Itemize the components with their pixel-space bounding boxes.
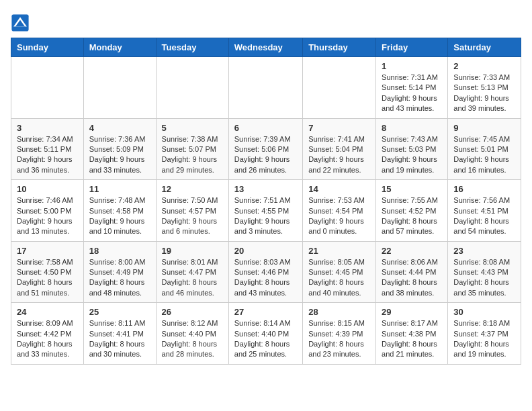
day-info: Sunrise: 8:05 AM Sunset: 4:45 PM Dayligh… bbox=[308, 257, 370, 299]
day-cell: 17Sunrise: 7:58 AM Sunset: 4:50 PM Dayli… bbox=[11, 241, 84, 303]
day-cell: 27Sunrise: 8:14 AM Sunset: 4:40 PM Dayli… bbox=[228, 303, 302, 365]
day-cell: 26Sunrise: 8:12 AM Sunset: 4:40 PM Dayli… bbox=[156, 303, 228, 365]
day-cell: 13Sunrise: 7:51 AM Sunset: 4:55 PM Dayli… bbox=[228, 180, 302, 242]
day-number: 5 bbox=[162, 123, 223, 133]
logo bbox=[11, 13, 32, 32]
day-cell: 5Sunrise: 7:38 AM Sunset: 5:07 PM Daylig… bbox=[156, 118, 228, 180]
week-row-3: 10Sunrise: 7:46 AM Sunset: 5:00 PM Dayli… bbox=[11, 180, 521, 242]
day-number: 13 bbox=[234, 184, 297, 194]
day-info: Sunrise: 8:06 AM Sunset: 4:44 PM Dayligh… bbox=[382, 257, 442, 299]
day-info: Sunrise: 7:53 AM Sunset: 4:54 PM Dayligh… bbox=[308, 195, 370, 237]
day-cell: 6Sunrise: 7:39 AM Sunset: 5:06 PM Daylig… bbox=[228, 118, 302, 180]
day-info: Sunrise: 7:41 AM Sunset: 5:04 PM Dayligh… bbox=[308, 134, 370, 176]
day-number: 12 bbox=[162, 184, 223, 194]
day-number: 1 bbox=[382, 61, 442, 71]
day-number: 10 bbox=[17, 184, 78, 194]
day-info: Sunrise: 8:08 AM Sunset: 4:43 PM Dayligh… bbox=[453, 257, 515, 299]
page-header bbox=[11, 11, 521, 32]
day-info: Sunrise: 8:17 AM Sunset: 4:38 PM Dayligh… bbox=[382, 318, 442, 360]
day-info: Sunrise: 8:03 AM Sunset: 4:46 PM Dayligh… bbox=[234, 257, 297, 299]
calendar-table: SundayMondayTuesdayWednesdayThursdayFrid… bbox=[11, 38, 521, 365]
day-info: Sunrise: 7:38 AM Sunset: 5:07 PM Dayligh… bbox=[162, 134, 223, 176]
week-row-1: 1Sunrise: 7:31 AM Sunset: 5:14 PM Daylig… bbox=[11, 57, 521, 119]
day-number: 29 bbox=[382, 307, 442, 317]
column-header-sunday: Sunday bbox=[11, 38, 84, 57]
day-info: Sunrise: 8:18 AM Sunset: 4:37 PM Dayligh… bbox=[453, 318, 515, 360]
day-number: 27 bbox=[234, 307, 297, 317]
day-cell bbox=[156, 57, 228, 119]
day-number: 17 bbox=[17, 246, 78, 256]
day-info: Sunrise: 7:45 AM Sunset: 5:01 PM Dayligh… bbox=[453, 134, 515, 176]
column-header-monday: Monday bbox=[83, 38, 156, 57]
day-info: Sunrise: 7:39 AM Sunset: 5:06 PM Dayligh… bbox=[234, 134, 297, 176]
day-cell bbox=[228, 57, 302, 119]
day-info: Sunrise: 7:36 AM Sunset: 5:09 PM Dayligh… bbox=[89, 134, 150, 176]
day-cell: 22Sunrise: 8:06 AM Sunset: 4:44 PM Dayli… bbox=[376, 241, 448, 303]
week-row-4: 17Sunrise: 7:58 AM Sunset: 4:50 PM Dayli… bbox=[11, 241, 521, 303]
day-number: 6 bbox=[234, 123, 297, 133]
column-header-tuesday: Tuesday bbox=[156, 38, 228, 57]
day-number: 19 bbox=[162, 246, 223, 256]
day-cell: 25Sunrise: 8:11 AM Sunset: 4:41 PM Dayli… bbox=[83, 303, 156, 365]
day-number: 18 bbox=[89, 246, 150, 256]
day-number: 9 bbox=[453, 123, 515, 133]
day-cell: 21Sunrise: 8:05 AM Sunset: 4:45 PM Dayli… bbox=[303, 241, 376, 303]
day-number: 22 bbox=[382, 246, 442, 256]
day-cell bbox=[11, 57, 84, 119]
week-row-2: 3Sunrise: 7:34 AM Sunset: 5:11 PM Daylig… bbox=[11, 118, 521, 180]
column-header-wednesday: Wednesday bbox=[228, 38, 302, 57]
day-cell: 8Sunrise: 7:43 AM Sunset: 5:03 PM Daylig… bbox=[376, 118, 448, 180]
day-cell: 12Sunrise: 7:50 AM Sunset: 4:57 PM Dayli… bbox=[156, 180, 228, 242]
day-number: 24 bbox=[17, 307, 78, 317]
day-number: 26 bbox=[162, 307, 223, 317]
day-cell: 11Sunrise: 7:48 AM Sunset: 4:58 PM Dayli… bbox=[83, 180, 156, 242]
day-number: 11 bbox=[89, 184, 150, 194]
day-info: Sunrise: 7:50 AM Sunset: 4:57 PM Dayligh… bbox=[162, 195, 223, 237]
day-number: 30 bbox=[453, 307, 515, 317]
day-info: Sunrise: 8:09 AM Sunset: 4:42 PM Dayligh… bbox=[17, 318, 78, 360]
day-cell: 18Sunrise: 8:00 AM Sunset: 4:49 PM Dayli… bbox=[83, 241, 156, 303]
day-info: Sunrise: 8:11 AM Sunset: 4:41 PM Dayligh… bbox=[89, 318, 150, 360]
day-cell: 29Sunrise: 8:17 AM Sunset: 4:38 PM Dayli… bbox=[376, 303, 448, 365]
header-row: SundayMondayTuesdayWednesdayThursdayFrid… bbox=[11, 38, 521, 57]
day-info: Sunrise: 7:56 AM Sunset: 4:51 PM Dayligh… bbox=[453, 195, 515, 237]
day-number: 16 bbox=[453, 184, 515, 194]
day-info: Sunrise: 7:43 AM Sunset: 5:03 PM Dayligh… bbox=[382, 134, 442, 176]
day-info: Sunrise: 7:55 AM Sunset: 4:52 PM Dayligh… bbox=[382, 195, 442, 237]
day-cell: 1Sunrise: 7:31 AM Sunset: 5:14 PM Daylig… bbox=[376, 57, 448, 119]
day-cell: 16Sunrise: 7:56 AM Sunset: 4:51 PM Dayli… bbox=[448, 180, 521, 242]
day-info: Sunrise: 7:31 AM Sunset: 5:14 PM Dayligh… bbox=[382, 73, 442, 114]
day-number: 21 bbox=[308, 246, 370, 256]
day-cell: 7Sunrise: 7:41 AM Sunset: 5:04 PM Daylig… bbox=[303, 118, 376, 180]
day-info: Sunrise: 8:01 AM Sunset: 4:47 PM Dayligh… bbox=[162, 257, 223, 299]
day-number: 25 bbox=[89, 307, 150, 317]
week-row-5: 24Sunrise: 8:09 AM Sunset: 4:42 PM Dayli… bbox=[11, 303, 521, 365]
day-cell: 23Sunrise: 8:08 AM Sunset: 4:43 PM Dayli… bbox=[448, 241, 521, 303]
day-cell: 10Sunrise: 7:46 AM Sunset: 5:00 PM Dayli… bbox=[11, 180, 84, 242]
logo-icon bbox=[11, 13, 30, 32]
day-number: 15 bbox=[382, 184, 442, 194]
day-cell: 19Sunrise: 8:01 AM Sunset: 4:47 PM Dayli… bbox=[156, 241, 228, 303]
day-cell: 28Sunrise: 8:15 AM Sunset: 4:39 PM Dayli… bbox=[303, 303, 376, 365]
day-info: Sunrise: 7:46 AM Sunset: 5:00 PM Dayligh… bbox=[17, 195, 78, 237]
day-cell: 4Sunrise: 7:36 AM Sunset: 5:09 PM Daylig… bbox=[83, 118, 156, 180]
day-cell: 15Sunrise: 7:55 AM Sunset: 4:52 PM Dayli… bbox=[376, 180, 448, 242]
day-number: 23 bbox=[453, 246, 515, 256]
day-info: Sunrise: 8:12 AM Sunset: 4:40 PM Dayligh… bbox=[162, 318, 223, 360]
day-cell: 30Sunrise: 8:18 AM Sunset: 4:37 PM Dayli… bbox=[448, 303, 521, 365]
day-cell: 3Sunrise: 7:34 AM Sunset: 5:11 PM Daylig… bbox=[11, 118, 84, 180]
day-info: Sunrise: 8:14 AM Sunset: 4:40 PM Dayligh… bbox=[234, 318, 297, 360]
day-info: Sunrise: 8:00 AM Sunset: 4:49 PM Dayligh… bbox=[89, 257, 150, 299]
day-number: 4 bbox=[89, 123, 150, 133]
column-header-thursday: Thursday bbox=[303, 38, 376, 57]
column-header-friday: Friday bbox=[376, 38, 448, 57]
day-info: Sunrise: 7:34 AM Sunset: 5:11 PM Dayligh… bbox=[17, 134, 78, 176]
day-cell bbox=[303, 57, 376, 119]
day-info: Sunrise: 8:15 AM Sunset: 4:39 PM Dayligh… bbox=[308, 318, 370, 360]
day-cell: 20Sunrise: 8:03 AM Sunset: 4:46 PM Dayli… bbox=[228, 241, 302, 303]
day-number: 2 bbox=[453, 61, 515, 71]
day-number: 3 bbox=[17, 123, 78, 133]
day-number: 28 bbox=[308, 307, 370, 317]
day-cell bbox=[83, 57, 156, 119]
day-number: 20 bbox=[234, 246, 297, 256]
